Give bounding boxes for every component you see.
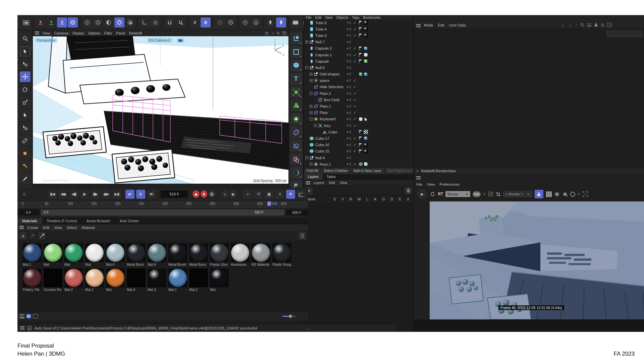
selection-tag-icon[interactable] [359, 136, 363, 140]
visibility-dots[interactable] [347, 73, 351, 75]
material-tile[interactable]: Mat.2 [189, 268, 209, 292]
material-tile[interactable]: Mat.4 [127, 268, 146, 292]
multi-select-icon[interactable] [20, 122, 31, 133]
material-preview[interactable] [148, 243, 166, 262]
object-row-space[interactable]: +space✓ [304, 77, 413, 84]
material-tag-icon[interactable] [364, 59, 368, 63]
tweak-tool-icon[interactable] [20, 110, 31, 120]
object-label[interactable]: Tube.4 [315, 27, 327, 31]
expand-toggle[interactable]: - [305, 66, 308, 69]
simulation-icon[interactable] [265, 17, 275, 27]
expand-toggle[interactable]: + [310, 163, 313, 166]
asset-icon[interactable] [240, 17, 250, 27]
object-row-null-7[interactable]: +Null.7 [304, 39, 413, 45]
visibility-dots[interactable] [347, 21, 351, 24]
keyframe-diamond-icon[interactable]: ◇ [20, 190, 29, 199]
expand-toggle[interactable]: + [310, 73, 313, 76]
visibility-dots[interactable] [347, 79, 351, 82]
previous-key-button[interactable]: ◀◆ [59, 190, 68, 199]
object-row-tube-5[interactable]: Tube.5✓ [304, 19, 413, 26]
action-select-children[interactable]: Select Children [321, 168, 350, 174]
go-to-start-button[interactable]: ▮◀ [48, 190, 57, 199]
material-tile[interactable]: RS Material [252, 243, 271, 266]
menu-item-view[interactable]: View [325, 15, 333, 19]
material-preview[interactable] [189, 243, 208, 262]
material-tile[interactable]: Mat.4 [106, 243, 125, 266]
material-preview[interactable] [23, 243, 42, 262]
object-label[interactable]: Keyboard [320, 117, 335, 121]
menu-item-panel[interactable]: Panel [116, 31, 125, 35]
panel-splitter[interactable] [33, 184, 288, 188]
object-row-cube-17[interactable]: Cube.17✓ [304, 135, 413, 141]
object-row-capsule-2[interactable]: Capsule.2✓ [304, 45, 413, 52]
rgb-dropdown-arrow[interactable]: ▼ [483, 193, 486, 196]
object-label[interactable]: Odd shapes [320, 72, 339, 76]
menu-item-file[interactable]: File [306, 15, 312, 19]
keyframe-settings-button[interactable] [208, 190, 215, 198]
range-slider[interactable]: 0 F 550 F [41, 209, 284, 216]
material-tile[interactable]: Mat.4 [148, 243, 167, 266]
autokey-range-button[interactable]: A [136, 190, 145, 199]
key-pos-icon[interactable]: ⊹ [243, 190, 252, 199]
material-preview[interactable] [148, 268, 166, 287]
object-row-box-field[interactable]: Box Field✓ [304, 97, 413, 103]
hud-projection[interactable]: Perspective [35, 38, 57, 43]
visibility-dots[interactable] [347, 99, 351, 101]
annotation-icon[interactable]: A [251, 17, 261, 27]
region-dropdown-arrow[interactable]: ▼ [578, 193, 580, 196]
material-menu-icon[interactable] [19, 226, 24, 229]
brush-tool-icon[interactable] [20, 173, 31, 184]
object-row-keyboard[interactable]: -Keyboard✓ [304, 116, 413, 122]
material-tile[interactable]: Metal Burni [127, 243, 146, 266]
visibility-dots[interactable] [347, 54, 351, 56]
workplane-mode-icon[interactable] [150, 17, 160, 27]
polygons-mode-icon[interactable] [104, 17, 114, 27]
object-row-capsule[interactable]: Capsule✓ [304, 58, 413, 64]
pin-points-icon[interactable] [20, 161, 31, 171]
viewport-menu-icon[interactable] [35, 32, 39, 35]
expand-toggle[interactable]: - [305, 156, 308, 159]
material-tile[interactable]: Mat [210, 268, 229, 292]
enabled-check-icon[interactable]: ✓ [353, 53, 357, 57]
object-label[interactable]: Cube.16 [315, 143, 329, 147]
key-pla-icon[interactable]: ✕ [286, 190, 295, 199]
start-render-button[interactable]: ▶ [417, 189, 427, 199]
rgb-channel-button[interactable]: RGB [473, 191, 481, 197]
selection-tag-icon[interactable] [359, 53, 363, 57]
enabled-check-icon[interactable]: ✓ [353, 59, 357, 64]
add-material-button[interactable]: + [19, 232, 27, 239]
object-row-tube-4[interactable]: Tube.4✓ [304, 26, 413, 32]
selection-tag-icon[interactable] [359, 143, 363, 147]
color-swatch-icon[interactable] [20, 148, 31, 159]
go-to-end-button[interactable]: ▶▮ [112, 190, 121, 199]
workplane-palette-icon[interactable] [290, 46, 302, 58]
selection-brush-icon[interactable] [20, 59, 31, 69]
object-label[interactable]: Cube.15 [315, 149, 329, 153]
selection-tag-icon[interactable] [359, 130, 363, 134]
move-tool-icon[interactable] [20, 71, 31, 82]
hud-camera-icon[interactable] [176, 38, 184, 43]
object-label[interactable]: Capsule.1 [315, 53, 332, 57]
material-preview[interactable] [44, 268, 62, 287]
object-label[interactable]: Cube [328, 130, 337, 134]
toolbar-overflow-icon[interactable]: › [639, 192, 641, 196]
material-tile[interactable]: Plastic Roug [272, 243, 292, 266]
material-tile[interactable]: Mat.1 [23, 243, 42, 266]
enabled-check-icon[interactable]: ✓ [353, 98, 357, 102]
material-tile[interactable]: Mat.2 [64, 268, 84, 292]
points-selection-icon[interactable] [290, 86, 302, 98]
material-tile[interactable]: Pottery Tile [23, 268, 42, 292]
snap-magnet-icon[interactable] [165, 17, 175, 27]
status-menu-icon[interactable] [20, 326, 24, 329]
material-preview[interactable] [189, 268, 208, 287]
material-tile[interactable]: Aluminium [231, 243, 250, 266]
material-preview[interactable] [106, 243, 125, 262]
object-label[interactable]: Tube.5 [315, 21, 327, 25]
material-tile[interactable]: Mat.1 [168, 268, 188, 292]
rs-object-tag-icon[interactable] [359, 162, 363, 166]
fcurve-editor-icon[interactable] [297, 190, 306, 199]
enabled-check-icon[interactable]: ✓ [353, 46, 357, 51]
menu-item-layers[interactable]: Layers [314, 181, 324, 185]
selection-tag-icon[interactable] [359, 33, 363, 38]
renderview-menu-icon[interactable] [416, 176, 421, 179]
